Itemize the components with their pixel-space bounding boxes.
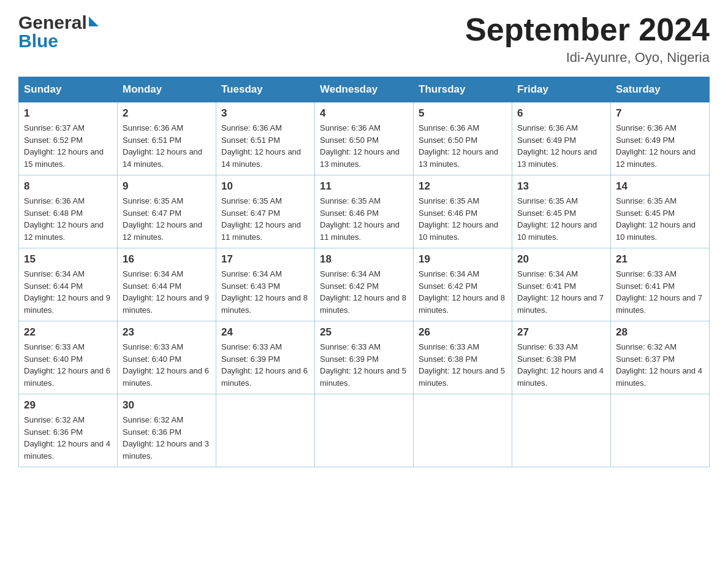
logo-triangle-icon bbox=[89, 17, 99, 26]
calendar-cell: 28Sunrise: 6:32 AMSunset: 6:37 PMDayligh… bbox=[611, 321, 710, 394]
calendar-cell bbox=[512, 394, 611, 467]
calendar-cell: 24Sunrise: 6:33 AMSunset: 6:39 PMDayligh… bbox=[216, 321, 315, 394]
day-info: Sunrise: 6:36 AMSunset: 6:51 PMDaylight:… bbox=[123, 122, 211, 170]
day-number: 16 bbox=[123, 253, 211, 266]
day-info: Sunrise: 6:35 AMSunset: 6:47 PMDaylight:… bbox=[123, 195, 211, 243]
day-number: 17 bbox=[221, 253, 309, 266]
calendar-cell: 20Sunrise: 6:34 AMSunset: 6:41 PMDayligh… bbox=[512, 248, 611, 321]
calendar-cell: 4Sunrise: 6:36 AMSunset: 6:50 PMDaylight… bbox=[315, 102, 414, 175]
day-number: 23 bbox=[123, 326, 211, 339]
day-number: 13 bbox=[517, 180, 605, 193]
calendar-cell: 22Sunrise: 6:33 AMSunset: 6:40 PMDayligh… bbox=[19, 321, 118, 394]
day-info: Sunrise: 6:33 AMSunset: 6:40 PMDaylight:… bbox=[24, 341, 112, 389]
calendar-cell bbox=[315, 394, 414, 467]
day-info: Sunrise: 6:32 AMSunset: 6:37 PMDaylight:… bbox=[616, 341, 704, 389]
day-number: 30 bbox=[123, 399, 211, 412]
day-info: Sunrise: 6:33 AMSunset: 6:41 PMDaylight:… bbox=[616, 268, 704, 316]
col-tuesday: Tuesday bbox=[216, 77, 315, 102]
day-info: Sunrise: 6:32 AMSunset: 6:36 PMDaylight:… bbox=[24, 414, 112, 462]
calendar-cell: 8Sunrise: 6:36 AMSunset: 6:48 PMDaylight… bbox=[19, 175, 118, 248]
day-info: Sunrise: 6:34 AMSunset: 6:42 PMDaylight:… bbox=[320, 268, 408, 316]
day-number: 8 bbox=[24, 180, 112, 193]
day-number: 3 bbox=[221, 107, 309, 120]
day-number: 12 bbox=[419, 180, 507, 193]
calendar-cell bbox=[414, 394, 512, 467]
col-monday: Monday bbox=[118, 77, 216, 102]
calendar-cell: 5Sunrise: 6:36 AMSunset: 6:50 PMDaylight… bbox=[414, 102, 512, 175]
day-number: 28 bbox=[616, 326, 704, 339]
calendar-cell bbox=[216, 394, 315, 467]
col-sunday: Sunday bbox=[19, 77, 118, 102]
calendar-week-row: 1Sunrise: 6:37 AMSunset: 6:52 PMDaylight… bbox=[19, 102, 710, 175]
day-number: 1 bbox=[24, 107, 112, 120]
day-info: Sunrise: 6:35 AMSunset: 6:45 PMDaylight:… bbox=[616, 195, 704, 243]
logo-general-text: General bbox=[18, 12, 87, 33]
day-number: 22 bbox=[24, 326, 112, 339]
page-header: General Blue September 2024 Idi-Ayunre, … bbox=[18, 12, 710, 66]
calendar-week-row: 22Sunrise: 6:33 AMSunset: 6:40 PMDayligh… bbox=[19, 321, 710, 394]
calendar-cell: 13Sunrise: 6:35 AMSunset: 6:45 PMDayligh… bbox=[512, 175, 611, 248]
day-number: 6 bbox=[517, 107, 605, 120]
calendar-cell bbox=[611, 394, 710, 467]
calendar-cell: 6Sunrise: 6:36 AMSunset: 6:49 PMDaylight… bbox=[512, 102, 611, 175]
day-number: 29 bbox=[24, 399, 112, 412]
calendar-cell: 29Sunrise: 6:32 AMSunset: 6:36 PMDayligh… bbox=[19, 394, 118, 467]
calendar-cell: 3Sunrise: 6:36 AMSunset: 6:51 PMDaylight… bbox=[216, 102, 315, 175]
day-number: 11 bbox=[320, 180, 408, 193]
calendar-cell: 16Sunrise: 6:34 AMSunset: 6:44 PMDayligh… bbox=[118, 248, 216, 321]
day-number: 2 bbox=[123, 107, 211, 120]
calendar-header-row: Sunday Monday Tuesday Wednesday Thursday… bbox=[19, 77, 710, 102]
day-number: 14 bbox=[616, 180, 704, 193]
calendar-cell: 9Sunrise: 6:35 AMSunset: 6:47 PMDaylight… bbox=[118, 175, 216, 248]
day-info: Sunrise: 6:33 AMSunset: 6:38 PMDaylight:… bbox=[419, 341, 507, 389]
calendar-cell: 12Sunrise: 6:35 AMSunset: 6:46 PMDayligh… bbox=[414, 175, 512, 248]
day-info: Sunrise: 6:34 AMSunset: 6:44 PMDaylight:… bbox=[123, 268, 211, 316]
calendar-cell: 17Sunrise: 6:34 AMSunset: 6:43 PMDayligh… bbox=[216, 248, 315, 321]
day-info: Sunrise: 6:35 AMSunset: 6:46 PMDaylight:… bbox=[320, 195, 408, 243]
day-info: Sunrise: 6:34 AMSunset: 6:44 PMDaylight:… bbox=[24, 268, 112, 316]
day-info: Sunrise: 6:34 AMSunset: 6:43 PMDaylight:… bbox=[221, 268, 309, 316]
col-thursday: Thursday bbox=[414, 77, 512, 102]
calendar-week-row: 29Sunrise: 6:32 AMSunset: 6:36 PMDayligh… bbox=[19, 394, 710, 467]
day-number: 19 bbox=[419, 253, 507, 266]
day-number: 4 bbox=[320, 107, 408, 120]
calendar-cell: 14Sunrise: 6:35 AMSunset: 6:45 PMDayligh… bbox=[611, 175, 710, 248]
day-info: Sunrise: 6:35 AMSunset: 6:45 PMDaylight:… bbox=[517, 195, 605, 243]
calendar-cell: 2Sunrise: 6:36 AMSunset: 6:51 PMDaylight… bbox=[118, 102, 216, 175]
day-info: Sunrise: 6:33 AMSunset: 6:39 PMDaylight:… bbox=[221, 341, 309, 389]
day-info: Sunrise: 6:33 AMSunset: 6:38 PMDaylight:… bbox=[517, 341, 605, 389]
day-info: Sunrise: 6:36 AMSunset: 6:50 PMDaylight:… bbox=[320, 122, 408, 170]
day-number: 15 bbox=[24, 253, 112, 266]
day-info: Sunrise: 6:35 AMSunset: 6:47 PMDaylight:… bbox=[221, 195, 309, 243]
calendar-cell: 25Sunrise: 6:33 AMSunset: 6:39 PMDayligh… bbox=[315, 321, 414, 394]
day-info: Sunrise: 6:36 AMSunset: 6:49 PMDaylight:… bbox=[517, 122, 605, 170]
day-number: 9 bbox=[123, 180, 211, 193]
day-info: Sunrise: 6:36 AMSunset: 6:51 PMDaylight:… bbox=[221, 122, 309, 170]
calendar-cell: 26Sunrise: 6:33 AMSunset: 6:38 PMDayligh… bbox=[414, 321, 512, 394]
day-number: 27 bbox=[517, 326, 605, 339]
calendar-table: Sunday Monday Tuesday Wednesday Thursday… bbox=[18, 77, 710, 467]
day-number: 10 bbox=[221, 180, 309, 193]
day-number: 18 bbox=[320, 253, 408, 266]
day-number: 25 bbox=[320, 326, 408, 339]
day-info: Sunrise: 6:34 AMSunset: 6:41 PMDaylight:… bbox=[517, 268, 605, 316]
day-number: 20 bbox=[517, 253, 605, 266]
calendar-cell: 21Sunrise: 6:33 AMSunset: 6:41 PMDayligh… bbox=[611, 248, 710, 321]
logo: General Blue bbox=[18, 12, 99, 52]
day-number: 26 bbox=[419, 326, 507, 339]
calendar-week-row: 15Sunrise: 6:34 AMSunset: 6:44 PMDayligh… bbox=[19, 248, 710, 321]
month-title: September 2024 bbox=[465, 12, 710, 47]
day-info: Sunrise: 6:35 AMSunset: 6:46 PMDaylight:… bbox=[419, 195, 507, 243]
col-wednesday: Wednesday bbox=[315, 77, 414, 102]
col-friday: Friday bbox=[512, 77, 611, 102]
calendar-cell: 19Sunrise: 6:34 AMSunset: 6:42 PMDayligh… bbox=[414, 248, 512, 321]
day-info: Sunrise: 6:32 AMSunset: 6:36 PMDaylight:… bbox=[123, 414, 211, 462]
calendar-cell: 18Sunrise: 6:34 AMSunset: 6:42 PMDayligh… bbox=[315, 248, 414, 321]
day-number: 21 bbox=[616, 253, 704, 266]
title-area: September 2024 Idi-Ayunre, Oyo, Nigeria bbox=[465, 12, 710, 66]
day-info: Sunrise: 6:37 AMSunset: 6:52 PMDaylight:… bbox=[24, 122, 112, 170]
day-info: Sunrise: 6:33 AMSunset: 6:39 PMDaylight:… bbox=[320, 341, 408, 389]
day-info: Sunrise: 6:33 AMSunset: 6:40 PMDaylight:… bbox=[123, 341, 211, 389]
location-subtitle: Idi-Ayunre, Oyo, Nigeria bbox=[465, 50, 710, 66]
calendar-week-row: 8Sunrise: 6:36 AMSunset: 6:48 PMDaylight… bbox=[19, 175, 710, 248]
